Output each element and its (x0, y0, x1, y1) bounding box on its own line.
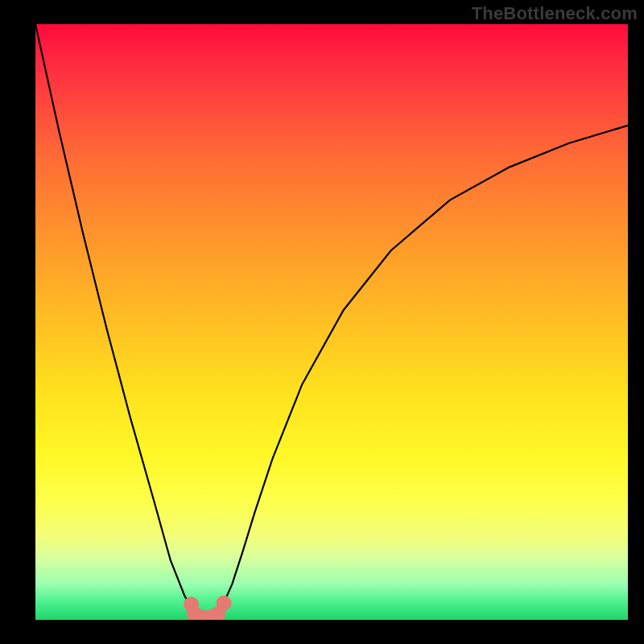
watermark: TheBottleneck.com (472, 3, 638, 24)
chart-frame: TheBottleneck.com (0, 0, 644, 644)
bottleneck-curve (35, 24, 628, 620)
marker-dot (216, 596, 231, 611)
markers-group (184, 596, 232, 620)
plot-area (35, 24, 628, 620)
curve-svg (35, 24, 628, 620)
